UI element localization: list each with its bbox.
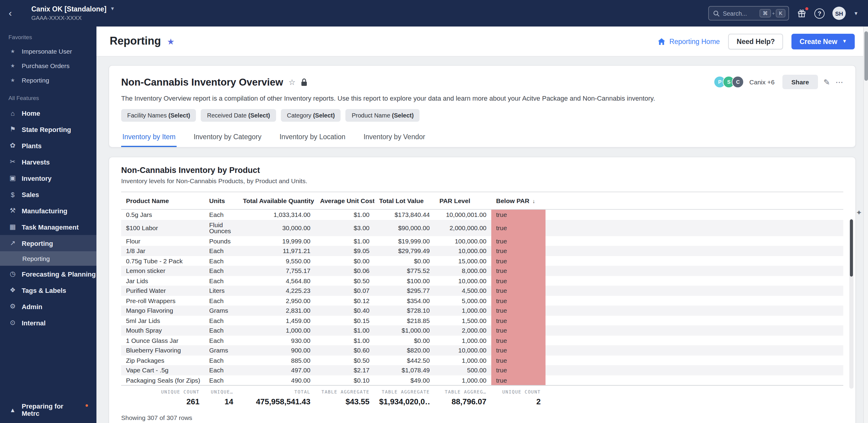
share-button[interactable]: Share (782, 75, 818, 89)
user-menu[interactable]: SH (832, 7, 846, 20)
page-header: Reporting ★ Reporting Home Need Help? Cr… (96, 27, 868, 57)
sidebar-item-plants[interactable]: ✿Plants (0, 137, 96, 154)
page-scrollbar[interactable] (863, 27, 868, 423)
star-icon[interactable]: ☆ (288, 77, 296, 87)
sidebar-item-harvests[interactable]: ✂Harvests (0, 154, 96, 170)
cell-par-level: 8,000.00 (435, 266, 491, 276)
cell-par-level: 1,000.00 (435, 305, 491, 316)
lock-icon[interactable] (301, 78, 308, 86)
sidebar-favorite-impersonate-user[interactable]: ★Impersonate User (0, 44, 96, 59)
table-row[interactable]: Vape Cart - .5gEach497.00$2.17$1,078.495… (121, 365, 843, 375)
more-options-icon[interactable]: ⋯ (835, 77, 843, 87)
tab-inventory-by-category[interactable]: Inventory by Category (192, 130, 262, 147)
sidebar-favorite-reporting[interactable]: ★Reporting (0, 73, 96, 87)
table-row[interactable]: Blueberry FlavoringGrams900.00$0.60$820.… (121, 345, 843, 355)
sidebar-item-admin[interactable]: ⚙Admin (0, 298, 96, 315)
table-row[interactable]: Mouth SprayEach1,000.00$1.00$1,000.002,0… (121, 325, 843, 335)
table-aggregates-row: UNIQUE COUNT261UNIQUE…14TOTAL475,958,541… (121, 385, 843, 409)
back-button[interactable]: ‹ (0, 0, 21, 27)
column-header-average-unit-cost[interactable]: Average Unit Cost (315, 192, 374, 209)
sidebar-item-state-reporting[interactable]: ⚑State Reporting (0, 121, 96, 137)
table-row[interactable]: 0.75g Tube - 2 PackEach9,550.00$0.00$0.0… (121, 256, 843, 266)
table-scrollbar-thumb[interactable] (850, 219, 853, 276)
aggregate-value: $1,934,020,0… (379, 397, 430, 406)
table-row[interactable]: Jar LidsEach4,564.80$0.50$100.0010,000.0… (121, 276, 843, 286)
sidebar-item-reporting[interactable]: ↗Reporting (0, 235, 96, 251)
column-header-product-name[interactable]: Product Name (121, 192, 204, 209)
cell-total-lot-value: $218.85 (374, 316, 435, 325)
sidebar-item-internal[interactable]: ⊙Internal (0, 315, 96, 331)
table-row[interactable]: 1/8 JarEach11,971.21$9.05$29,799.4910,00… (121, 246, 843, 256)
org-switcher[interactable]: Canix OK [Standalone] ▼ GAAA-XXXX-XXXX (31, 5, 115, 22)
search-input[interactable]: Search... ⌘+K (708, 6, 789, 21)
need-help-button[interactable]: Need Help? (728, 33, 783, 49)
table-row[interactable]: Mango FlavoringGrams2,831.00$0.40$728.10… (121, 305, 843, 316)
tab-inventory-by-vendor[interactable]: Inventory by Vendor (362, 130, 427, 147)
sidebar-favorite-purchase-orders[interactable]: ★Purchase Orders (0, 59, 96, 73)
aggregate-value: 475,958,541.43 (243, 397, 310, 406)
collaborator-avatars[interactable]: PSC (714, 76, 744, 88)
column-header-units[interactable]: Units (204, 192, 238, 209)
sidebar-item-task-management[interactable]: ▦Task Management (0, 219, 96, 235)
table-row[interactable]: 1 Ounce Glass JarEach930.00$1.00$0.001,0… (121, 335, 843, 345)
sidebar-subitem-reporting[interactable]: Reporting (0, 251, 96, 266)
cell-total-available-quantity: 19,999.00 (238, 236, 315, 246)
cell-average-unit-cost: $0.50 (315, 276, 374, 286)
report-title: Non-Cannabis Inventory Overview (121, 76, 283, 88)
sidebar-item-tags-labels[interactable]: ❖Tags & Labels (0, 282, 96, 298)
help-button[interactable]: ? (814, 8, 825, 19)
cell-total-lot-value: $173,840.44 (374, 209, 435, 220)
column-header-total-available-quantity[interactable]: Total Available Quantity↓ (238, 192, 315, 209)
sidebar-item-inventory[interactable]: ▣Inventory (0, 170, 96, 186)
reporting-home-link[interactable]: Reporting Home (658, 38, 720, 45)
search-placeholder: Search... (723, 10, 756, 17)
column-label: Total Available Quantity (243, 197, 314, 204)
cell-par-level: 4,500.00 (435, 286, 491, 296)
chevron-down-icon[interactable]: ▼ (854, 10, 858, 16)
table-row[interactable]: Packaging Seals (for Zips)Each490.00$0.1… (121, 375, 843, 385)
filter-chip-label: Product Name (352, 112, 392, 119)
tab-inventory-by-item[interactable]: Inventory by Item (121, 130, 177, 147)
cell-product-name: Pre-roll Wrappers (121, 296, 204, 305)
filter-chip-product-name[interactable]: Product Name (Select) (346, 109, 420, 122)
table-scrollbar[interactable] (849, 219, 854, 389)
cell-product-name: Mango Flavoring (121, 305, 204, 316)
create-new-button[interactable]: Create New ▼ (792, 33, 855, 49)
cell-total-lot-value: $1,078.49 (374, 365, 435, 375)
filter-chip-received-date[interactable]: Received Date (Select) (201, 109, 276, 122)
gift-button[interactable] (797, 8, 807, 18)
sidebar-item-sales[interactable]: $Sales (0, 186, 96, 202)
filter-chip-value: (Select) (313, 112, 335, 119)
table-row[interactable]: $100 LaborFluid Ounces30,000.00$3.00$90,… (121, 220, 843, 236)
sidebar-footer-metrc[interactable]: ▲ Preparing for Metrc (0, 402, 96, 417)
edit-pencil-icon[interactable]: ✎ (824, 77, 830, 87)
favorite-star-icon[interactable]: ★ (167, 36, 175, 46)
sidebar-item-label: Reporting (22, 76, 49, 84)
sidebar-item-forecasting-planning[interactable]: ◷Forecasting & Planning (0, 266, 96, 282)
sidebar-item-home[interactable]: ⌂Home (0, 105, 96, 121)
sidebar-item-manufacturing[interactable]: ⚒Manufacturing (0, 202, 96, 219)
cell-total-available-quantity: 490.00 (238, 375, 315, 385)
filter-chip-category[interactable]: Category (Select) (281, 109, 341, 122)
table-row[interactable]: Pre-roll WrappersEach2,950.00$0.12$354.0… (121, 296, 843, 305)
cell-below-par: true (491, 266, 546, 276)
tab-inventory-by-location[interactable]: Inventory by Location (278, 130, 347, 147)
table-row[interactable]: 0.5g JarsEach1,033,314.00$1.00$173,840.4… (121, 209, 843, 220)
favorites-section-label: Favorites (0, 27, 96, 44)
table-row[interactable]: Zip PackagesEach885.00$0.50$442.501,000.… (121, 355, 843, 365)
filter-chip-facility-names[interactable]: Facility Names (Select) (121, 109, 196, 122)
table-row[interactable]: Purified WaterLiters4,225.23$0.07$295.77… (121, 286, 843, 296)
table-row[interactable]: 5ml Jar LidsEach1,459.00$0.15$218.851,50… (121, 316, 843, 325)
column-header-total-lot-value[interactable]: Total Lot Value (374, 192, 435, 209)
aggregate-below-par: UNIQUE COUNT2 (491, 385, 546, 409)
column-filler (546, 192, 843, 209)
cell-par-level: 1,500.00 (435, 316, 491, 325)
table-row[interactable]: FlourPounds19,999.00$1.00$19,999.00100,0… (121, 236, 843, 246)
aggregate-label: TABLE AGGREGATE (379, 389, 430, 395)
sparkle-widget-icon[interactable]: ✦ (856, 208, 862, 217)
table-row[interactable]: Lemon stickerEach7,755.17$0.06$775.528,0… (121, 266, 843, 276)
page-scrollbar-thumb[interactable] (864, 31, 868, 81)
column-header-par-level[interactable]: PAR Level (435, 192, 491, 209)
org-code: GAAA-XXXX-XXXX (31, 15, 115, 22)
column-header-below-par[interactable]: Below PAR↓ (491, 192, 546, 209)
